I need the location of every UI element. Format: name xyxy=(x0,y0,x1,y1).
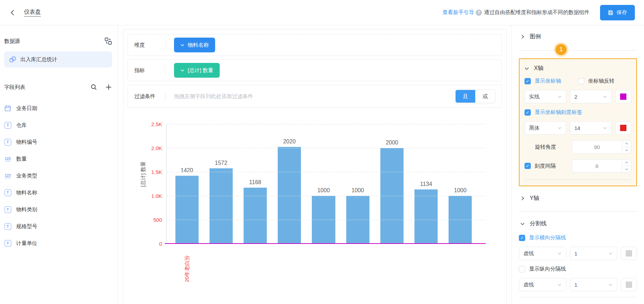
step-down-button[interactable] xyxy=(622,147,631,154)
show-tick-labels-label: 显示坐标轴刻度标签 xyxy=(535,109,582,116)
v-splitline-style-select[interactable]: 虚线 xyxy=(519,278,566,291)
field-item-label: 业务类型 xyxy=(16,173,37,179)
logic-and-button[interactable]: 且 xyxy=(456,90,475,103)
bar-slot: 142020年老白汾 xyxy=(170,124,204,244)
rotate-angle-value: 90 xyxy=(572,141,622,153)
filter-row[interactable]: 过滤条件 拖拽左侧字段到此处添加过滤条件 且 或 xyxy=(128,85,502,108)
x-axis-line xyxy=(165,243,486,244)
axis-line-style-select[interactable]: 实线 xyxy=(524,90,566,103)
show-tick-labels-checkbox[interactable] xyxy=(524,109,531,116)
text-field-icon: T xyxy=(5,206,11,213)
main-area: 维度 物料名称 指标 [总计] 数量 过滤条件 拖拽左侧字段到此处添加过滤条件 xyxy=(118,25,511,304)
bar-value-label: 2020 xyxy=(283,138,296,145)
bar[interactable] xyxy=(414,189,438,244)
reverse-axis-checkbox[interactable] xyxy=(578,78,584,84)
page-title[interactable]: 仪表盘 xyxy=(24,8,41,17)
guide-link[interactable]: 查看新手引导 xyxy=(443,9,474,16)
bar-value-label: 1572 xyxy=(215,160,227,166)
field-item[interactable]: T仓库 xyxy=(4,117,118,134)
field-item-label: 物料类别 xyxy=(16,206,37,213)
filter-label: 过滤条件 xyxy=(134,93,165,100)
dimension-tag[interactable]: 物料名称 xyxy=(174,38,215,52)
settings-panel: 图例 1 X轴 显示坐标轴 坐标轴反转 实线 xyxy=(511,25,644,304)
bar[interactable] xyxy=(175,176,199,244)
tick-font-family-select[interactable]: 黑体 xyxy=(524,121,566,135)
step-down-button[interactable] xyxy=(622,166,631,173)
field-item[interactable]: T规格型号 xyxy=(4,218,118,235)
yaxis-section: Y轴 xyxy=(519,186,637,212)
chevron-left-icon xyxy=(9,9,16,16)
xaxis-section-header[interactable]: X轴 xyxy=(524,65,631,72)
y-tick-label: 500 xyxy=(153,217,162,223)
tick-font-color-button[interactable] xyxy=(615,121,631,135)
rotate-angle-input[interactable]: 90 xyxy=(572,140,631,154)
save-button-label: 保存 xyxy=(617,9,627,16)
step-up-button[interactable] xyxy=(622,160,631,166)
metric-row[interactable]: 指标 [总计] 数量 xyxy=(128,59,502,81)
field-item[interactable]: T物料编号 xyxy=(4,134,118,150)
stepper xyxy=(622,141,631,153)
yaxis-section-header[interactable]: Y轴 xyxy=(520,195,637,202)
tick-font-color-swatch xyxy=(620,125,626,131)
chart-config-card: 维度 物料名称 指标 [总计] 数量 过滤条件 拖拽左侧字段到此处添加过滤条件 xyxy=(123,30,507,304)
gridline xyxy=(167,172,486,172)
text-field-icon: T xyxy=(5,139,11,145)
legend-section-header[interactable]: 图例 xyxy=(520,33,637,40)
search-icon[interactable] xyxy=(90,84,97,91)
calendar-icon xyxy=(4,105,11,112)
tick-interval-checkbox[interactable] xyxy=(524,163,531,169)
gridline xyxy=(167,220,486,220)
guide-step-badge[interactable]: 1 xyxy=(555,44,567,55)
text-field-icon: T xyxy=(5,122,11,129)
bar-chart: [总计] 数量 142020年老白汾1572116820201000100020… xyxy=(131,124,495,302)
bar[interactable] xyxy=(210,168,233,244)
dimension-label: 维度 xyxy=(134,42,165,48)
chevron-down-icon xyxy=(558,251,562,256)
field-item[interactable]: T计量单位 xyxy=(4,235,118,252)
filter-logic-toggle: 且 或 xyxy=(455,90,495,103)
tick-font-size-select[interactable]: 14 xyxy=(570,121,612,135)
field-item[interactable]: 123业务类型 xyxy=(4,167,118,184)
step-up-button[interactable] xyxy=(622,141,631,147)
h-splitline-width-select[interactable]: 1 xyxy=(570,247,617,260)
show-horizontal-splitline-checkbox[interactable] xyxy=(519,235,525,241)
splitline-section-header[interactable]: 分割线 xyxy=(519,220,637,227)
axis-line-width-value: 2 xyxy=(574,94,603,100)
show-horizontal-splitline-label: 显示横向分隔线 xyxy=(529,234,566,241)
metric-label: 指标 xyxy=(134,67,165,74)
dimension-row[interactable]: 维度 物料名称 xyxy=(128,34,502,56)
legend-section: 图例 1 xyxy=(519,25,637,51)
v-splitline-color-button[interactable] xyxy=(621,278,637,291)
datasource-item[interactable]: 出入库汇总统计 xyxy=(4,51,112,67)
switch-datasource-icon[interactable] xyxy=(104,37,112,45)
h-splitline-color-button[interactable] xyxy=(621,247,637,260)
reverse-axis-label: 坐标轴反转 xyxy=(588,78,614,84)
guide-hint: 通过自由搭配维度和指标形成不同的数据组件 xyxy=(484,9,590,16)
axis-line-width-select[interactable]: 2 xyxy=(570,90,612,103)
show-vertical-splitline-checkbox[interactable] xyxy=(519,266,525,272)
tick-interval-input[interactable]: 8 xyxy=(572,159,631,173)
help-icon[interactable]: ? xyxy=(476,9,482,16)
show-axis-checkbox[interactable] xyxy=(524,78,531,84)
h-splitline-width-value: 1 xyxy=(574,251,608,257)
bar[interactable] xyxy=(278,147,301,244)
v-splitline-width-select[interactable]: 1 xyxy=(570,278,617,291)
chevron-down-icon xyxy=(558,126,562,130)
axis-line-color-button[interactable] xyxy=(615,90,631,103)
field-item[interactable]: T物料名称 xyxy=(4,184,118,201)
logic-or-button[interactable]: 或 xyxy=(475,90,495,103)
back-button[interactable] xyxy=(9,9,16,16)
xaxis-section-title: X轴 xyxy=(534,65,543,72)
field-item[interactable]: T物料类别 xyxy=(4,201,118,218)
field-item[interactable]: 123数量 xyxy=(4,150,118,167)
divider xyxy=(165,66,166,75)
dimension-tag-label: 物料名称 xyxy=(188,42,209,48)
add-field-icon[interactable] xyxy=(105,84,112,91)
save-button[interactable]: 保存 xyxy=(600,5,635,20)
field-item[interactable]: 业务日期 xyxy=(4,100,118,117)
chevron-down-icon xyxy=(524,66,529,71)
stepper xyxy=(622,160,631,172)
h-splitline-style-select[interactable]: 虚线 xyxy=(519,247,566,260)
metric-tag-label: [总计] 数量 xyxy=(188,67,213,74)
metric-tag[interactable]: [总计] 数量 xyxy=(174,63,220,78)
